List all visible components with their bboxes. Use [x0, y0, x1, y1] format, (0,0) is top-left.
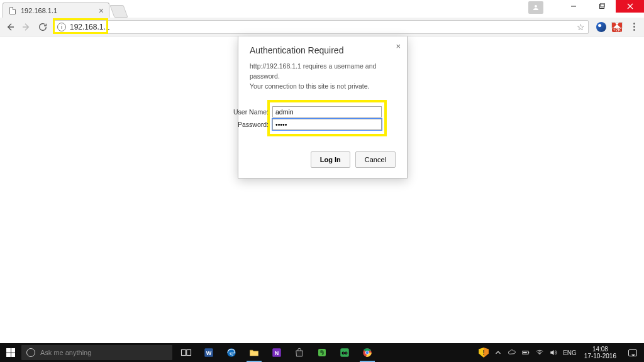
taskview-button[interactable]	[175, 343, 197, 362]
windows-taskbar: Ask me anything W N	[0, 343, 644, 362]
url-text: 192.168.1.1	[70, 23, 109, 31]
svg-rect-6	[187, 350, 191, 356]
language-text: ENG	[563, 349, 577, 356]
window-titlebar: 192.168.1.1 ×	[0, 0, 644, 18]
system-tray: ENG 14:08 17-10-2016	[479, 343, 644, 362]
address-bar-wrap: i 192.168.1.1 ☆	[53, 20, 589, 34]
credentials-highlight: User Name: Password:	[267, 100, 387, 136]
word-icon: W	[203, 347, 214, 358]
auth-dialog: × Authentication Required http://192.168…	[238, 36, 408, 178]
extension-icons: +2K	[596, 22, 640, 32]
edge-icon	[226, 347, 237, 358]
tray-wifi-icon[interactable]	[535, 348, 544, 357]
onenote-icon: N	[271, 347, 282, 358]
page-content: × Authentication Required http://192.168…	[0, 36, 644, 343]
tray-overflow-icon[interactable]	[494, 348, 502, 357]
arrow-right-icon	[21, 22, 31, 32]
taskbar-word[interactable]: W	[197, 343, 220, 362]
forward-button[interactable]	[20, 21, 33, 33]
password-row: Password:	[272, 119, 382, 130]
start-button[interactable]	[0, 343, 21, 362]
password-input[interactable]	[272, 119, 382, 130]
page-icon	[8, 7, 17, 14]
browser-tab[interactable]: 192.168.1.1 ×	[3, 3, 109, 18]
taskbar-edge[interactable]	[220, 343, 243, 362]
browser-toolbar: i 192.168.1.1 ☆ +2K	[0, 18, 644, 36]
username-row: User Name:	[272, 106, 382, 118]
cortana-icon	[26, 348, 35, 357]
notification-icon	[628, 349, 637, 356]
login-button[interactable]: Log In	[311, 151, 350, 168]
dialog-message-line2: Your connection to this site is not priv…	[250, 82, 396, 92]
address-bar[interactable]: i 192.168.1.1	[53, 20, 589, 34]
username-input[interactable]	[272, 106, 382, 118]
extension-gmail-icon[interactable]: +2K	[611, 22, 623, 32]
evernote-icon	[316, 347, 328, 358]
username-label: User Name:	[230, 108, 269, 116]
taskbar-explorer[interactable]	[243, 343, 265, 362]
taskbar-onenote[interactable]: N	[265, 343, 288, 362]
tray-onedrive-icon[interactable]	[508, 348, 516, 357]
tab-title: 192.168.1.1	[21, 7, 99, 14]
dialog-buttons: Log In Cancel	[250, 151, 396, 168]
profile-chip[interactable]	[528, 1, 543, 14]
store-icon	[294, 347, 305, 358]
taskbar-chrome[interactable]	[356, 343, 379, 362]
gmail-envelope-icon	[611, 22, 623, 28]
svg-point-16	[343, 353, 344, 354]
taskbar-apps: W N	[175, 343, 379, 362]
tab-strip: 192.168.1.1 ×	[0, 3, 126, 18]
taskbar-evernote[interactable]	[311, 343, 333, 362]
close-button[interactable]	[616, 0, 644, 13]
clock-time: 14:08	[584, 346, 616, 353]
svg-point-20	[366, 351, 369, 354]
password-label: Password:	[230, 121, 269, 128]
chrome-icon	[362, 347, 373, 358]
dialog-message-line1: http://192.168.1.1 requires a username a…	[250, 62, 396, 82]
taskbar-tripadvisor[interactable]	[333, 343, 356, 362]
back-button[interactable]	[4, 21, 16, 33]
folder-icon	[248, 347, 260, 358]
bookmark-star-icon[interactable]: ☆	[577, 22, 585, 32]
action-center-button[interactable]	[624, 349, 641, 356]
extension-swirl-icon[interactable]	[596, 22, 606, 32]
tab-close-icon[interactable]: ×	[99, 6, 104, 16]
search-placeholder: Ask me anything	[40, 349, 91, 356]
cancel-button[interactable]: Cancel	[355, 151, 396, 168]
svg-rect-23	[523, 352, 527, 353]
reload-button[interactable]	[36, 21, 49, 33]
cortana-search[interactable]: Ask me anything	[21, 345, 172, 360]
windows-logo-icon	[6, 348, 15, 357]
svg-rect-13	[340, 348, 349, 357]
arrow-left-icon	[5, 22, 15, 32]
taskview-icon	[180, 347, 192, 358]
svg-rect-5	[182, 350, 186, 356]
window-controls	[559, 0, 644, 13]
browser-menu-button[interactable]	[628, 23, 640, 31]
clock-date: 17-10-2016	[584, 353, 616, 359]
dialog-title: Authentication Required	[250, 45, 396, 55]
taskbar-store[interactable]	[288, 343, 311, 362]
tray-battery-icon[interactable]	[521, 348, 530, 357]
tray-language[interactable]: ENG	[563, 349, 577, 356]
new-tab-button[interactable]	[109, 5, 128, 18]
dialog-close-icon[interactable]: ×	[396, 41, 401, 51]
user-icon	[532, 4, 540, 11]
tripadvisor-icon	[339, 347, 350, 358]
dialog-message: http://192.168.1.1 requires a username a…	[250, 62, 396, 91]
svg-point-24	[540, 354, 540, 355]
maximize-button[interactable]	[587, 0, 616, 13]
reload-icon	[38, 22, 48, 32]
svg-text:N: N	[275, 350, 279, 356]
svg-point-9	[227, 348, 236, 357]
gmail-badge: +2K	[612, 28, 623, 32]
svg-text:W: W	[206, 350, 212, 356]
tray-clock[interactable]: 14:08 17-10-2016	[582, 346, 619, 359]
tray-shield-icon[interactable]	[479, 348, 489, 358]
svg-rect-22	[528, 352, 529, 353]
site-info-icon[interactable]: i	[57, 23, 66, 31]
tray-volume-icon[interactable]	[549, 348, 558, 357]
svg-point-17	[346, 353, 347, 354]
minimize-button[interactable]	[559, 0, 587, 13]
